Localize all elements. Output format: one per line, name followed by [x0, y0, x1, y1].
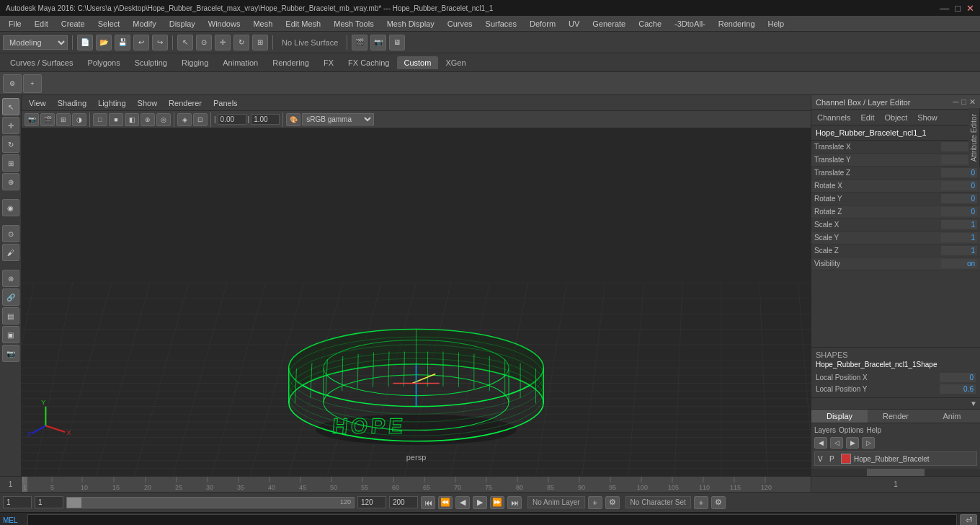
show-manip-button[interactable]: ⊛ — [2, 270, 19, 287]
menu-windows[interactable]: Windows — [202, 18, 246, 30]
start-frame-field[interactable] — [3, 496, 32, 508]
tab-polygons[interactable]: Polygons — [80, 56, 127, 69]
channel-rotate-z[interactable]: Rotate Z 0 — [811, 206, 980, 219]
prev-frame-btn[interactable]: ⏪ — [438, 496, 453, 509]
vp-camera-btn[interactable]: 📷 — [24, 113, 39, 126]
rotate-tool-button[interactable]: ↻ — [2, 136, 19, 153]
layer-color-swatch[interactable] — [841, 454, 851, 464]
menu-mesh-display[interactable]: Mesh Display — [381, 18, 440, 30]
shelf-icon-1[interactable]: ⚙ — [3, 74, 22, 93]
current-frame-field[interactable] — [35, 496, 63, 508]
layer-prev-btn[interactable]: ◁ — [830, 437, 843, 449]
vp-film-btn[interactable]: 🎬 — [40, 113, 55, 126]
tab-fx-caching[interactable]: FX Caching — [341, 56, 396, 69]
menu-rendering[interactable]: Rendering — [713, 18, 761, 30]
tab-rendering[interactable]: Rendering — [265, 56, 316, 69]
anim-layer-add-btn[interactable]: + — [588, 496, 602, 509]
timeline-ruler[interactable]: 1 5 10 15 20 25 30 — [22, 477, 811, 493]
menu-select[interactable]: Select — [92, 18, 126, 30]
tab-sculpting[interactable]: Sculpting — [128, 56, 174, 69]
menu-help[interactable]: Help — [762, 18, 790, 30]
channel-box-expand[interactable]: □ — [961, 97, 966, 107]
char-set-btn[interactable]: + — [694, 496, 708, 509]
vp-object-btn[interactable]: ⊡ — [193, 113, 208, 126]
vp-coord-x[interactable] — [218, 114, 246, 125]
menu-mesh[interactable]: Mesh — [247, 18, 278, 30]
display-button[interactable]: 🖥 — [389, 35, 405, 50]
menu-modify[interactable]: Modify — [127, 18, 161, 30]
menu-curves[interactable]: Curves — [442, 18, 478, 30]
vp-menu-show[interactable]: Show — [133, 97, 162, 109]
3d-viewport[interactable]: HOPE X Y Z persp — [22, 128, 811, 476]
shape-local-pos-x[interactable]: Local Position X 0 — [816, 371, 976, 383]
maximize-button[interactable]: □ — [955, 3, 961, 14]
lasso-button[interactable]: ⊙ — [196, 35, 212, 50]
window-controls[interactable]: — □ ✕ — [940, 3, 974, 14]
save-button[interactable]: 💾 — [115, 35, 130, 50]
channel-rotate-x[interactable]: Rotate X 0 — [811, 180, 980, 193]
camera-button[interactable]: 📷 — [2, 345, 19, 362]
cmd-input-field[interactable] — [27, 514, 957, 525]
attribute-editor-label[interactable]: Attribute Editor — [968, 108, 980, 167]
layer-new-btn[interactable]: ◀ — [814, 437, 827, 449]
scale-button[interactable]: ⊞ — [252, 35, 268, 50]
redo-button[interactable]: ↪ — [152, 35, 168, 50]
tab-display[interactable]: Display — [811, 410, 868, 423]
anim-layer-settings-btn[interactable]: ⚙ — [605, 496, 620, 509]
new-scene-button[interactable]: 📄 — [77, 35, 93, 50]
vp-menu-shading[interactable]: Shading — [53, 97, 91, 109]
soft-select-button[interactable]: ◉ — [2, 199, 19, 216]
layer-opt-layers[interactable]: Layers — [814, 426, 836, 434]
vp-coord-y[interactable] — [251, 114, 280, 125]
ch-scroll-thumb[interactable] — [867, 469, 925, 476]
vp-isolate-btn[interactable]: ◈ — [177, 113, 192, 126]
layer-visibility-toggle[interactable]: V — [818, 455, 827, 463]
channel-translate-y[interactable]: Translate Y 0 — [811, 154, 980, 167]
menu-generate[interactable]: Generate — [587, 18, 631, 30]
tab-fx[interactable]: FX — [316, 56, 341, 69]
end-frame-field[interactable] — [357, 496, 386, 508]
undo-button[interactable]: ↩ — [133, 35, 149, 50]
vp-texture-btn[interactable]: ◧ — [125, 113, 139, 126]
channel-translate-x[interactable]: Translate X 0 — [811, 141, 980, 154]
play-back-btn[interactable]: ◀ — [455, 496, 470, 509]
tab-curves-surfaces[interactable]: Curves / Surfaces — [3, 56, 80, 69]
slider-thumb[interactable] — [67, 498, 81, 508]
ch-tab-edit[interactable]: Edit — [858, 112, 877, 123]
vp-shadow-btn[interactable]: ◎ — [156, 113, 171, 126]
vp-wireframe-btn[interactable]: □ — [93, 113, 107, 126]
mode-select[interactable]: Modeling — [3, 35, 68, 50]
vp-menu-panels[interactable]: Panels — [209, 97, 242, 109]
menu-edit[interactable]: Edit — [29, 18, 54, 30]
vp-shading-btn[interactable]: ◑ — [72, 113, 86, 126]
shape-local-pos-y[interactable]: Local Position Y 0.6 — [816, 383, 976, 394]
go-end-btn[interactable]: ⏭ — [507, 496, 522, 509]
char-settings-btn[interactable]: ⚙ — [711, 496, 726, 509]
no-char-set-label[interactable]: No Character Set — [625, 496, 691, 508]
layer-opt-options[interactable]: Options — [839, 426, 863, 434]
channel-rotate-y[interactable]: Rotate Y 0 — [811, 193, 980, 206]
menu-create[interactable]: Create — [55, 18, 91, 30]
menu-file[interactable]: File — [3, 18, 27, 30]
menu-surfaces[interactable]: Surfaces — [480, 18, 522, 30]
rotate-button[interactable]: ↻ — [233, 35, 249, 50]
channel-box-minimize[interactable]: ─ — [953, 97, 959, 107]
scale-tool-button[interactable]: ⊞ — [2, 154, 19, 172]
channel-scale-y[interactable]: Scale Y 1 — [811, 231, 980, 244]
shelf-icon-2[interactable]: + — [23, 74, 42, 93]
layer-next-btn[interactable]: ▷ — [862, 437, 875, 449]
move-button[interactable]: ✛ — [215, 35, 231, 50]
layer-button[interactable]: ▤ — [2, 307, 19, 325]
menu-mesh-tools[interactable]: Mesh Tools — [328, 18, 379, 30]
move-tool-button[interactable]: ✛ — [2, 117, 19, 134]
vp-grid-btn[interactable]: ⊞ — [56, 113, 71, 126]
menu-uv[interactable]: UV — [563, 18, 585, 30]
open-button[interactable]: 📂 — [96, 35, 112, 50]
layer-playback-toggle[interactable]: P — [829, 455, 838, 463]
time-slider[interactable]: 120 — [66, 497, 355, 508]
channel-visibility[interactable]: Visibility on — [811, 257, 980, 270]
menu-edit-mesh[interactable]: Edit Mesh — [280, 18, 326, 30]
lasso-select-button[interactable]: ⊙ — [2, 225, 19, 242]
layer-add-btn[interactable]: ▶ — [846, 437, 859, 449]
ch-tab-object[interactable]: Object — [881, 112, 910, 123]
